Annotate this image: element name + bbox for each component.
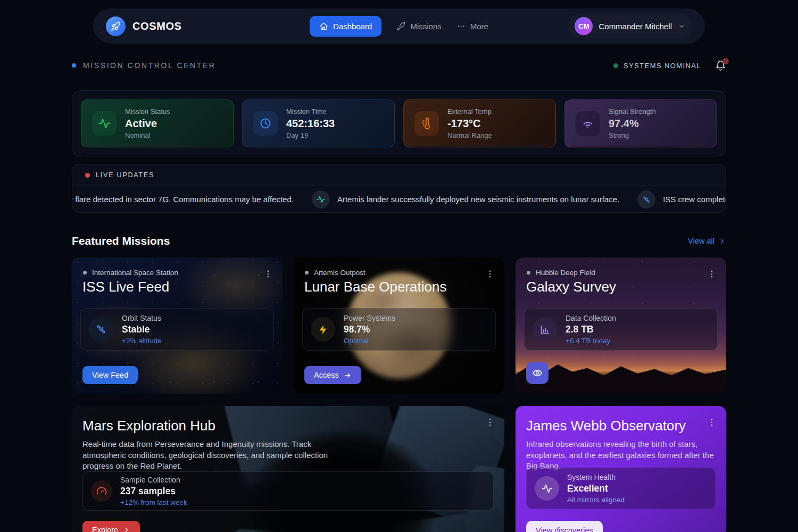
panel-value: 237 samples: [120, 486, 187, 497]
mission-control-row: MISSION CONTROL CENTER SYSTEMS NOMINAL: [72, 60, 726, 71]
card-stat-panel: Data Collection 2.8 TB +0.4 TB today: [524, 308, 718, 351]
panel-value: Excellent: [567, 483, 625, 494]
stat-sub: Nominal: [125, 131, 170, 139]
live-updates-title: LIVE UPDATES: [96, 171, 154, 179]
card-title: Lunar Base Operations: [304, 279, 446, 295]
stat-sub: Normal Range: [447, 131, 492, 139]
stat-label: Mission Time: [286, 107, 335, 115]
panel-label: Orbit Status: [122, 314, 162, 322]
card-title: Mars Exploration Hub: [82, 418, 215, 434]
nav-item-dashboard[interactable]: Dashboard: [310, 16, 381, 37]
stat-signal-strength: Signal Strength 97.4% Strong: [564, 99, 717, 147]
stats-panel: Mission Status Active Nominal Mission Ti…: [72, 90, 726, 156]
view-button[interactable]: [526, 362, 548, 384]
panel-sub: +12% from last week: [120, 498, 187, 507]
satellite-icon: [89, 317, 113, 342]
card-james-webb: James Webb Observatory Infrared observat…: [516, 406, 726, 532]
badge-label: Hubble Deep Field: [536, 269, 595, 277]
stat-value: 452:16:33: [286, 117, 335, 130]
card-menu-button[interactable]: [483, 415, 497, 429]
user-menu[interactable]: CM Commander Mitchell: [568, 14, 692, 38]
avatar: CM: [575, 17, 593, 35]
page-title: MISSION CONTROL CENTER: [83, 61, 216, 70]
stat-value: 97.4%: [609, 117, 656, 130]
panel-label: Sample Collection: [120, 476, 187, 484]
card-iss-live-feed: International Space Station ISS Live Fee…: [72, 257, 282, 394]
clock-icon: [253, 111, 278, 136]
thermometer-icon: [414, 111, 439, 136]
news-ticker: Solar flare detected in sector 7G. Commu…: [72, 186, 726, 212]
stat-label: External Temp: [447, 107, 492, 115]
view-feed-button[interactable]: View Feed: [82, 366, 138, 384]
stat-mission-status: Mission Status Active Nominal: [81, 99, 234, 147]
badge-dot: [305, 271, 309, 275]
systems-status-label: SYSTEMS NOMINAL: [624, 62, 701, 70]
ticker-text: ISS crew completes critical EVA repairs …: [663, 195, 726, 204]
brand: COSMOS: [106, 16, 310, 36]
ellipsis-icon: [456, 22, 466, 31]
card-title: Galaxy Survey: [526, 279, 616, 295]
button-label: View Feed: [92, 371, 128, 379]
live-updates-panel: LIVE UPDATES Solar flare detected in sec…: [72, 164, 726, 213]
card-menu-button[interactable]: [261, 267, 275, 281]
card-badge: Hubble Deep Field: [527, 269, 595, 277]
brand-name: COSMOS: [132, 20, 182, 32]
panel-value: 98.7%: [344, 324, 395, 335]
panel-label: System Health: [567, 473, 625, 481]
nav-item-missions[interactable]: Missions: [396, 22, 441, 31]
card-stat-panel: Sample Collection 237 samples +12% from …: [82, 471, 494, 511]
ticker-item: Artemis lander successfully deployed new…: [312, 190, 619, 209]
access-button[interactable]: Access: [304, 366, 361, 384]
ticker-item: Solar flare detected in sector 7G. Commu…: [72, 195, 294, 204]
stat-label: Mission Status: [125, 107, 170, 115]
bar-chart-icon: [533, 317, 557, 342]
live-red-dot: [85, 173, 90, 178]
panel-value: Stable: [122, 324, 162, 335]
explore-button[interactable]: Explore: [82, 521, 140, 532]
card-stat-panel: Orbit Status Stable +2% altitude: [80, 308, 274, 351]
card-lunar-base: Artemis Outpost Lunar Base Operations Po…: [294, 257, 504, 394]
rocket-icon: [396, 22, 405, 31]
blue-status-dot: [72, 63, 76, 68]
nav-label: Missions: [410, 22, 441, 31]
card-menu-button[interactable]: [705, 267, 719, 281]
badge-dot: [527, 271, 530, 275]
card-menu-button[interactable]: [705, 415, 719, 429]
view-discoveries-button[interactable]: View discoveries: [526, 521, 603, 532]
view-all-label: View all: [688, 237, 714, 245]
nav-label: More: [470, 22, 488, 31]
card-badge: International Space Station: [83, 269, 178, 277]
stat-value: Active: [125, 117, 170, 130]
card-badge: Artemis Outpost: [305, 269, 365, 277]
zap-icon: [311, 317, 335, 342]
activity-icon: [92, 111, 117, 136]
activity-icon: [535, 476, 559, 501]
stat-mission-time: Mission Time 452:16:33 Day 19: [242, 99, 395, 147]
card-description: Infrared observations revealing the birt…: [526, 439, 717, 472]
wifi-icon: [576, 111, 600, 136]
card-galaxy-survey: Hubble Deep Field Galaxy Survey Data Col…: [516, 257, 726, 394]
nav-label: Dashboard: [333, 22, 372, 31]
view-all-link[interactable]: View all: [688, 237, 726, 245]
notification-badge: [722, 58, 729, 64]
badge-dot: [83, 271, 87, 275]
button-label: Explore: [92, 526, 118, 532]
panel-sub: +0.4 TB today: [566, 337, 616, 345]
card-title: James Webb Observatory: [526, 418, 686, 434]
stat-sub: Day 19: [286, 131, 335, 139]
eye-icon: [532, 368, 543, 378]
card-stat-panel: System Health Excellent All mirrors alig…: [526, 468, 716, 509]
badge-label: International Space Station: [92, 269, 178, 277]
ticker-item: ISS crew completes critical EVA repairs …: [637, 190, 726, 209]
notifications-button[interactable]: [715, 60, 726, 71]
nav-item-more[interactable]: More: [456, 22, 488, 31]
systems-status: SYSTEMS NOMINAL: [613, 62, 701, 70]
stat-label: Signal Strength: [609, 107, 656, 115]
ticker-text: Artemis lander successfully deployed new…: [337, 195, 619, 204]
panel-value: 2.8 TB: [566, 324, 616, 335]
card-menu-button[interactable]: [483, 267, 497, 281]
user-name: Commander Mitchell: [598, 22, 672, 31]
chevron-right-icon: [718, 237, 726, 245]
card-stat-panel: Power Systems 98.7% Optimal: [302, 308, 496, 351]
ticker-text: Solar flare detected in sector 7G. Commu…: [72, 195, 294, 204]
